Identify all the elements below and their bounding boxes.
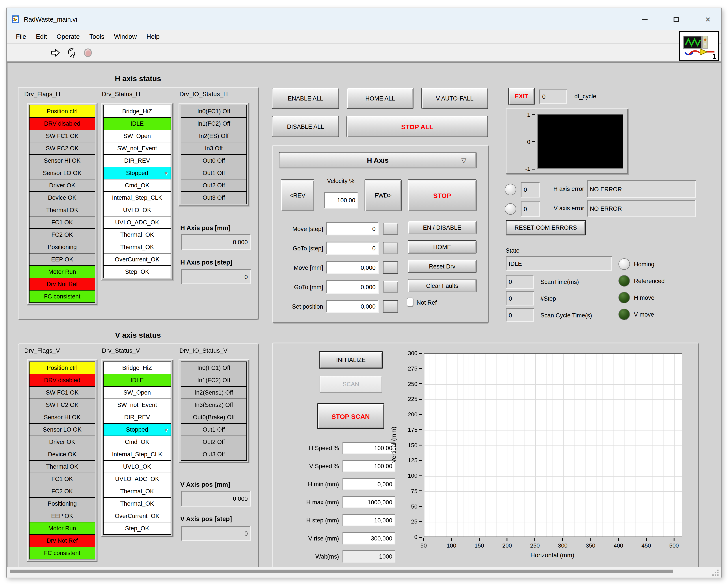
scan-button[interactable]: SCAN [320, 376, 382, 393]
move-value-field[interactable]: 0,000 [326, 300, 379, 313]
param-value-field[interactable]: 0,000 [343, 478, 395, 490]
stop-all-button[interactable]: STOP ALL [347, 116, 488, 137]
flag-item-label: DRV disabled [44, 377, 80, 383]
flag-item: FC1 OK [29, 473, 95, 485]
v-flags-label: Drv_Flags_V [24, 347, 60, 354]
v-auto-fall-button[interactable]: V AUTO-FALL [421, 88, 488, 109]
move-row: Move [mm] 0,000 [274, 258, 398, 277]
led-icon [618, 258, 630, 270]
apply-button[interactable] [383, 300, 398, 312]
move-value-field[interactable]: 0 [326, 241, 379, 255]
y-tick-label: 225 [408, 396, 422, 402]
flag-item: Position ctrl [29, 105, 95, 118]
screen: RadWaste_main.vi × FileEditOperateToolsW… [0, 0, 728, 587]
v-status-label: Drv_Status_V [102, 347, 140, 354]
disable-all-button[interactable]: DISABLE ALL [272, 116, 339, 137]
flag-item-label: SW FC1 OK [46, 389, 79, 396]
move-value-field[interactable]: 0,000 [326, 280, 379, 294]
velocity-field[interactable]: 100,00 [324, 192, 358, 209]
param-value-field[interactable]: 1000 [343, 550, 395, 563]
status-item[interactable]: Stopped▼ [103, 167, 171, 180]
io-item-label: Out0 Off [203, 157, 225, 164]
menu-item[interactable]: Tools [85, 33, 109, 40]
h-pos-mm-field: 0,000 [181, 234, 251, 250]
io-item: In2(ES) Off [181, 130, 247, 142]
param-value-field[interactable]: 100,00 [343, 460, 395, 472]
axis-action-button[interactable]: HOME [408, 240, 476, 254]
param-value-field[interactable]: 300,000 [343, 532, 395, 544]
status-item: Bridge_HiZ▼ [103, 105, 171, 118]
stop-button[interactable]: STOP [408, 180, 476, 211]
menu-item[interactable]: Window [109, 33, 141, 40]
axis-action-button[interactable]: EN / DISABLE [408, 221, 476, 234]
status-item: Step_OK▼ [103, 265, 171, 278]
param-row: V Speed % 100,00 [274, 460, 395, 472]
counter-label: Scan Cycle Time(s) [540, 312, 592, 319]
status-item[interactable]: Stopped▼ [103, 423, 171, 436]
counter-value-field: 0 [506, 275, 534, 289]
axis-selector[interactable]: H Axis ▽ [279, 152, 476, 168]
run-continuous-icon [66, 48, 77, 58]
minimize-button[interactable] [635, 12, 654, 26]
apply-button[interactable] [383, 261, 398, 274]
status-item-label: SW_not_Event [117, 402, 157, 408]
io-item-label: In1(FC2) Off [197, 120, 230, 127]
rev-button[interactable]: <REV [281, 180, 314, 211]
h-error-led-icon [505, 184, 516, 195]
maximize-icon [674, 17, 679, 22]
status-item-label: DIR_REV [124, 157, 150, 164]
axis-action-button[interactable]: Clear Faults [408, 279, 476, 292]
abort-button[interactable] [84, 48, 92, 57]
status-item-label: Bridge_HiZ [122, 365, 152, 371]
resize-grip-icon[interactable] [711, 569, 719, 576]
status-item-label: OverCurrent_OK [115, 513, 160, 519]
apply-button[interactable] [383, 281, 398, 293]
y-tick-label: 1 [527, 112, 535, 117]
io-item-label: Out1 Off [203, 426, 225, 433]
led-row: V move [618, 308, 665, 321]
axis-action-button[interactable]: Reset Drv [408, 260, 476, 273]
not-ref-checkbox[interactable] [407, 298, 414, 307]
move-value-field[interactable]: 0 [326, 222, 379, 235]
dt-cycle-chart-y-axis: 10-1 [521, 115, 535, 169]
run-continuously-button[interactable] [66, 48, 77, 58]
enable-all-button[interactable]: ENABLE ALL [272, 88, 339, 109]
exit-button[interactable]: EXIT [508, 88, 535, 105]
apply-button[interactable] [383, 242, 398, 254]
status-item-label: UVLO_ADC_OK [115, 219, 159, 226]
maximize-button[interactable] [666, 12, 686, 26]
status-item: Internal_Step_CLK▼ [103, 448, 171, 461]
horizontal-scrollbar[interactable] [10, 570, 673, 573]
close-button[interactable]: × [698, 12, 718, 26]
param-value-field[interactable]: 1000,000 [343, 496, 395, 508]
menu-item[interactable]: Edit [31, 33, 52, 40]
stop-scan-button[interactable]: STOP SCAN [317, 403, 384, 429]
h-io-label: Drv_IO_Status_H [180, 90, 228, 97]
param-value-field[interactable]: 100,00 [343, 442, 395, 454]
y-tick-label: 300 [408, 350, 422, 356]
x-tick-label: 300 [558, 538, 567, 549]
velocity-label: Velocity % [315, 178, 366, 184]
initialize-button[interactable]: INITIALIZE [319, 351, 383, 369]
fwd-button[interactable]: FWD> [365, 180, 402, 211]
home-all-button[interactable]: HOME ALL [347, 88, 414, 109]
counter-label: #Step [540, 295, 556, 302]
flag-item-label: Motor Run [48, 268, 76, 275]
apply-button[interactable] [383, 222, 398, 235]
run-button[interactable] [51, 48, 60, 57]
io-item-label: Out3 Off [203, 194, 225, 201]
y-tick-label: 175 [408, 427, 422, 433]
status-item: SW_not_Event▼ [103, 142, 171, 155]
param-label: H max (mm) [274, 499, 339, 506]
h-pos-mm-label: H Axis pos [mm] [180, 225, 231, 231]
menu-item[interactable]: File [11, 33, 31, 40]
move-value-field[interactable]: 0,000 [326, 261, 379, 274]
reset-com-errors-button[interactable]: RESET COM ERRORS [506, 220, 586, 235]
v-pos-step-field: 0 [181, 526, 251, 541]
param-value-field[interactable]: 10,000 [343, 514, 395, 526]
menu-item[interactable]: Operate [52, 33, 85, 40]
front-panel: H axis status Drv_Flags_H Drv_Status_H D… [7, 62, 721, 567]
status-item-label: SW_Open [123, 133, 151, 139]
menu-item[interactable]: Help [141, 33, 164, 40]
v-status-list: Bridge_HiZ▼IDLE▼SW_Open▼SW_not_Event▼DIR… [101, 359, 173, 537]
